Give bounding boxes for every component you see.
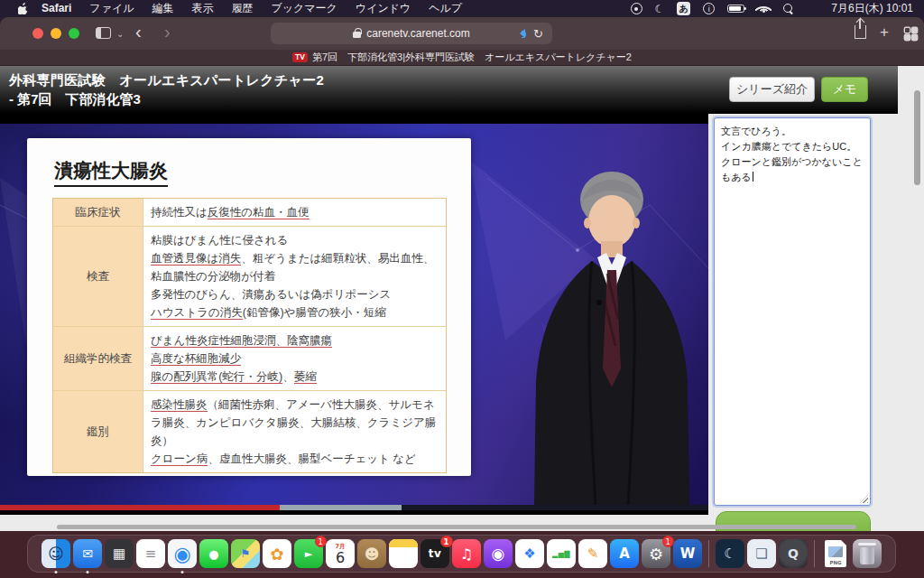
dock-icon-safari[interactable]: ◉ xyxy=(168,539,197,568)
address-bar[interactable]: carenetv.carenet.com ↻ xyxy=(271,23,552,44)
row-label: 組織学的検査 xyxy=(53,327,143,390)
dock-icon-music[interactable]: ♫ xyxy=(452,539,481,568)
horizontal-scrollbar[interactable] xyxy=(57,525,856,529)
new-tab-button[interactable]: + xyxy=(880,23,889,42)
dock-icon-keynote[interactable]: ❖ xyxy=(515,539,544,568)
row-content: 持続性又は反復性の粘血・血便 xyxy=(143,199,446,226)
menu-5[interactable]: ブックマーク xyxy=(262,0,346,17)
menu-3[interactable]: 表示 xyxy=(182,0,222,17)
lock-icon xyxy=(353,32,361,38)
minimize-window-button[interactable] xyxy=(51,28,61,39)
info-circle-icon[interactable]: i xyxy=(703,3,715,14)
apple-menu-icon[interactable] xyxy=(13,3,32,14)
menu-items: Safariファイル編集表示履歴ブックマークウインドウヘルプ xyxy=(32,0,471,17)
video-frame: 潰瘍性大腸炎 臨床症状持続性又は反復性の粘血・血便検査粘膜はびまん性に侵される血… xyxy=(0,124,708,505)
dock-icon-trash[interactable] xyxy=(853,539,882,568)
dock-icon-messages[interactable]: ● xyxy=(199,539,228,568)
dock-icon-contacts[interactable]: ☻ xyxy=(357,539,386,568)
notification-badge: 1 xyxy=(662,536,674,547)
dock-icon-pngfile[interactable]: PNG xyxy=(821,539,850,568)
memo-button[interactable]: メモ xyxy=(821,77,868,102)
sidebar-icon[interactable] xyxy=(96,27,111,39)
menu-bar: Safariファイル編集表示履歴ブックマークウインドウヘルプ ☾あi 7月6日(… xyxy=(0,0,924,17)
tab-audio-icon[interactable] xyxy=(520,29,525,38)
video-played-bar xyxy=(0,505,280,510)
dock-icon-photos[interactable]: ✿ xyxy=(263,539,291,568)
search-icon[interactable] xyxy=(783,4,794,14)
table-row: 鑑別感染性腸炎（細菌性赤痢、アメーバ性大腸炎、サルモネラ腸炎、カンピロバクタ腸炎… xyxy=(53,391,446,472)
dock-icon-podcasts[interactable]: ◉ xyxy=(484,539,513,568)
vertical-scrollbar[interactable] xyxy=(914,90,920,185)
video-progress-bar[interactable] xyxy=(0,505,708,510)
dock-icon-calendar[interactable]: 7月6 xyxy=(326,539,355,568)
menubar-clock[interactable]: 7月6日(木) 10:01 xyxy=(831,1,924,16)
page-header: 外科専門医試験 オールエキスパートレクチャー2 - 第7回 下部消化管3 シリー… xyxy=(0,66,898,114)
menu-2[interactable]: 編集 xyxy=(143,0,182,17)
menu-6[interactable]: ウインドウ xyxy=(346,0,420,17)
dock-icon-settings[interactable]: ⚙1 xyxy=(642,539,670,568)
menu-1[interactable]: ファイル xyxy=(80,0,143,17)
row-label: 鑑別 xyxy=(53,391,143,472)
dock-icon-quicktime[interactable]: Q xyxy=(779,539,808,568)
row-content: 感染性腸炎（細菌性赤痢、アメーバ性大腸炎、サルモネラ腸炎、カンピロバクタ腸炎、大… xyxy=(143,391,446,472)
dock-icon-word[interactable]: W xyxy=(673,539,702,568)
series-intro-button[interactable]: シリーズ紹介 xyxy=(729,77,815,102)
tab-overview-icon[interactable] xyxy=(905,28,910,33)
row-content: 粘膜はびまん性に侵される血管透見像は消失、粗ぞうまたは細顆粒状、易出血性、粘血膿… xyxy=(143,227,446,326)
battery-icon[interactable] xyxy=(727,5,744,13)
row-label: 臨床症状 xyxy=(53,199,143,226)
chevron-down-icon[interactable]: ⌄ xyxy=(116,29,124,39)
running-indicator xyxy=(55,571,58,573)
menu-7[interactable]: ヘルプ xyxy=(420,0,471,17)
share-icon[interactable] xyxy=(855,25,866,39)
slide-table: 臨床症状持続性又は反復性の粘血・血便検査粘膜はびまん性に侵される血管透見像は消失… xyxy=(52,198,447,473)
dock-icon-finder[interactable]: ☺ xyxy=(42,539,70,568)
close-window-button[interactable] xyxy=(32,28,43,39)
focus-moon-icon[interactable]: ☾ xyxy=(655,3,665,15)
resize-handle[interactable] xyxy=(860,495,868,503)
zoom-window-button[interactable] xyxy=(69,28,79,39)
memo-textarea[interactable]: 文言でひろう。インカ膿瘍とでてきたらUC。クローンと鑑別がつかないこともある xyxy=(714,117,871,506)
dock-icon-facetime[interactable]: ►1 xyxy=(294,539,323,568)
dock-icon-notes[interactable] xyxy=(389,539,418,568)
video-player[interactable]: 潰瘍性大腸炎 臨床症状持続性又は反復性の粘血・血便検査粘膜はびまん性に侵される血… xyxy=(0,114,708,515)
dock-icon-launchpad[interactable]: ▦ xyxy=(105,539,134,568)
table-row: 検査粘膜はびまん性に侵される血管透見像は消失、粗ぞうまたは細顆粒状、易出血性、粘… xyxy=(53,227,446,327)
url-text: carenetv.carenet.com xyxy=(366,27,470,40)
lecture-slide: 潰瘍性大腸炎 臨床症状持続性又は反復性の粘血・血便検査粘膜はびまん性に侵される血… xyxy=(27,138,471,476)
menu-4[interactable]: 履歴 xyxy=(222,0,262,17)
media-circle-icon[interactable] xyxy=(631,3,642,14)
web-page: 外科専門医試験 オールエキスパートレクチャー2 - 第7回 下部消化管3 シリー… xyxy=(0,66,924,531)
dock-icon-appletv[interactable]: tv1 xyxy=(420,539,449,568)
tab-title: 第7回 下部消化管3|外科専門医試験 オールエキスパートレクチャー2 xyxy=(312,51,632,64)
dock-icon-appstore[interactable]: A xyxy=(610,539,639,568)
running-indicator xyxy=(181,571,184,573)
control-center-icon[interactable] xyxy=(807,3,820,14)
row-label: 検査 xyxy=(53,227,143,326)
ime-icon[interactable]: あ xyxy=(677,2,690,15)
safari-toolbar: ⌄ ‹ › carenetv.carenet.com ↻ + xyxy=(0,17,924,50)
dock-icon-kindle[interactable]: ☾ xyxy=(716,539,744,568)
forward-button: › xyxy=(164,22,171,42)
back-button[interactable]: ‹ xyxy=(135,22,142,42)
dock-icon-reminders[interactable]: ≡ xyxy=(136,539,165,568)
slide-title: 潰瘍性大腸炎 xyxy=(54,158,168,187)
dock-icon-mail[interactable]: ✉ xyxy=(73,539,102,568)
dock-icon-maps[interactable]: ⚑ xyxy=(231,539,260,568)
wifi-icon[interactable] xyxy=(757,4,771,14)
running-indicator xyxy=(87,571,89,573)
notification-badge: 1 xyxy=(440,536,453,547)
row-content: びまん性炎症性細胞浸潤、陰窩膿瘍高度な杯細胞減少腺の配列異常(蛇行・分岐)、萎縮 xyxy=(143,327,446,390)
tab-bar[interactable]: TV 第7回 下部消化管3|外科専門医試験 オールエキスパートレクチャー2 xyxy=(0,50,924,66)
table-row: 組織学的検査びまん性炎症性細胞浸潤、陰窩膿瘍高度な杯細胞減少腺の配列異常(蛇行・… xyxy=(53,327,446,391)
dock-icon-numbers[interactable]: ▂▅▇ xyxy=(547,539,576,568)
tab-favicon: TV xyxy=(292,52,308,62)
text-caret xyxy=(753,172,753,182)
menubar-status-icons: ☾あi xyxy=(631,2,832,15)
notification-badge: 1 xyxy=(315,536,327,547)
dock-icon-imageviewer[interactable]: ❏ xyxy=(747,539,776,568)
menu-app[interactable]: Safari xyxy=(32,0,80,17)
presenter xyxy=(522,165,702,505)
dock-icon-pages[interactable]: ✎ xyxy=(578,539,607,568)
reload-icon[interactable]: ↻ xyxy=(533,27,543,41)
